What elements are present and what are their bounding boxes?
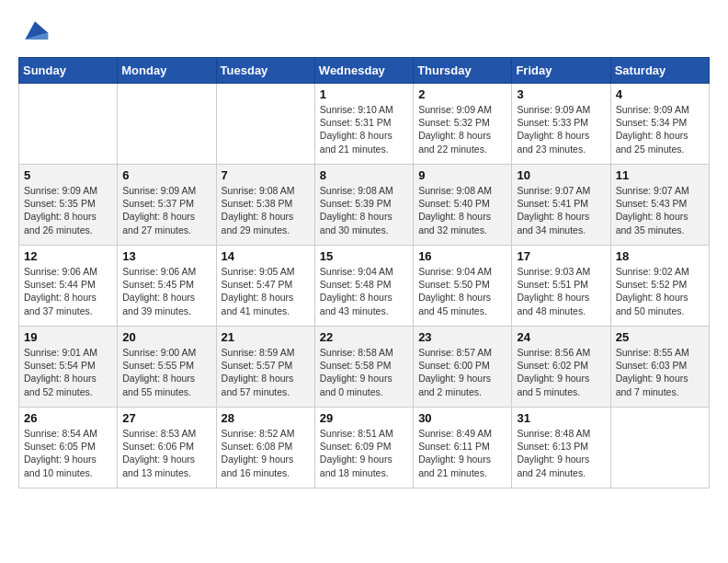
weekday-header-wednesday: Wednesday bbox=[314, 58, 413, 84]
weekday-header-friday: Friday bbox=[512, 58, 610, 84]
calendar-cell: 17Sunrise: 9:03 AM Sunset: 5:51 PM Dayli… bbox=[512, 246, 610, 327]
day-info: Sunrise: 9:09 AM Sunset: 5:35 PM Dayligh… bbox=[24, 184, 112, 236]
weekday-header-monday: Monday bbox=[118, 58, 216, 84]
day-number: 27 bbox=[122, 411, 210, 425]
weekday-header-thursday: Thursday bbox=[414, 58, 512, 84]
day-info: Sunrise: 9:10 AM Sunset: 5:31 PM Dayligh… bbox=[320, 103, 408, 155]
day-info: Sunrise: 9:04 AM Sunset: 5:48 PM Dayligh… bbox=[320, 265, 408, 317]
calendar-cell: 24Sunrise: 8:56 AM Sunset: 6:02 PM Dayli… bbox=[512, 327, 610, 408]
calendar-cell: 6Sunrise: 9:09 AM Sunset: 5:37 PM Daylig… bbox=[118, 165, 216, 246]
calendar-cell bbox=[19, 84, 118, 165]
day-info: Sunrise: 8:53 AM Sunset: 6:06 PM Dayligh… bbox=[122, 427, 210, 479]
day-number: 7 bbox=[222, 168, 310, 182]
day-info: Sunrise: 8:52 AM Sunset: 6:08 PM Dayligh… bbox=[222, 427, 310, 479]
calendar-body: 1Sunrise: 9:10 AM Sunset: 5:31 PM Daylig… bbox=[19, 84, 710, 488]
calendar-cell: 28Sunrise: 8:52 AM Sunset: 6:08 PM Dayli… bbox=[216, 408, 314, 488]
page: SundayMondayTuesdayWednesdayThursdayFrid… bbox=[0, 0, 728, 563]
day-number: 5 bbox=[24, 168, 112, 182]
day-number: 18 bbox=[616, 249, 704, 263]
day-info: Sunrise: 8:55 AM Sunset: 6:03 PM Dayligh… bbox=[616, 346, 704, 398]
day-number: 24 bbox=[517, 330, 605, 344]
week-row-3: 12Sunrise: 9:06 AM Sunset: 5:44 PM Dayli… bbox=[19, 246, 710, 327]
day-info: Sunrise: 8:48 AM Sunset: 6:13 PM Dayligh… bbox=[517, 427, 605, 479]
calendar-cell: 2Sunrise: 9:09 AM Sunset: 5:32 PM Daylig… bbox=[414, 84, 512, 165]
day-info: Sunrise: 9:01 AM Sunset: 5:54 PM Dayligh… bbox=[24, 346, 112, 398]
day-info: Sunrise: 9:06 AM Sunset: 5:45 PM Dayligh… bbox=[122, 265, 210, 317]
weekday-header-row: SundayMondayTuesdayWednesdayThursdayFrid… bbox=[19, 58, 710, 84]
day-number: 19 bbox=[24, 330, 112, 344]
calendar-cell: 29Sunrise: 8:51 AM Sunset: 6:09 PM Dayli… bbox=[314, 408, 413, 488]
calendar-cell bbox=[610, 408, 709, 488]
calendar-cell: 5Sunrise: 9:09 AM Sunset: 5:35 PM Daylig… bbox=[19, 165, 118, 246]
day-info: Sunrise: 9:09 AM Sunset: 5:32 PM Dayligh… bbox=[418, 103, 506, 155]
day-info: Sunrise: 8:56 AM Sunset: 6:02 PM Dayligh… bbox=[517, 346, 605, 398]
day-number: 12 bbox=[24, 249, 112, 263]
day-info: Sunrise: 9:08 AM Sunset: 5:39 PM Dayligh… bbox=[320, 184, 408, 236]
day-number: 23 bbox=[418, 330, 506, 344]
day-number: 25 bbox=[616, 330, 704, 344]
calendar-table: SundayMondayTuesdayWednesdayThursdayFrid… bbox=[18, 57, 710, 488]
day-number: 20 bbox=[122, 330, 210, 344]
calendar-cell: 3Sunrise: 9:09 AM Sunset: 5:33 PM Daylig… bbox=[512, 84, 610, 165]
day-number: 16 bbox=[418, 249, 506, 263]
week-row-2: 5Sunrise: 9:09 AM Sunset: 5:35 PM Daylig… bbox=[19, 165, 710, 246]
day-number: 26 bbox=[24, 411, 112, 425]
weekday-header-saturday: Saturday bbox=[610, 58, 709, 84]
day-number: 22 bbox=[320, 330, 408, 344]
calendar-cell: 13Sunrise: 9:06 AM Sunset: 5:45 PM Dayli… bbox=[118, 246, 216, 327]
day-info: Sunrise: 9:03 AM Sunset: 5:51 PM Dayligh… bbox=[517, 265, 605, 317]
day-info: Sunrise: 9:09 AM Sunset: 5:34 PM Dayligh… bbox=[616, 103, 704, 155]
day-number: 15 bbox=[320, 249, 408, 263]
calendar-cell: 11Sunrise: 9:07 AM Sunset: 5:43 PM Dayli… bbox=[610, 165, 709, 246]
day-number: 13 bbox=[122, 249, 210, 263]
day-number: 11 bbox=[616, 168, 704, 182]
day-number: 14 bbox=[222, 249, 310, 263]
day-number: 30 bbox=[418, 411, 506, 425]
day-info: Sunrise: 9:09 AM Sunset: 5:37 PM Dayligh… bbox=[122, 184, 210, 236]
day-info: Sunrise: 9:08 AM Sunset: 5:40 PM Dayligh… bbox=[418, 184, 506, 236]
calendar-cell bbox=[216, 84, 314, 165]
week-row-5: 26Sunrise: 8:54 AM Sunset: 6:05 PM Dayli… bbox=[19, 408, 710, 488]
logo-icon bbox=[18, 15, 51, 48]
calendar-cell: 22Sunrise: 8:58 AM Sunset: 5:58 PM Dayli… bbox=[314, 327, 413, 408]
calendar-cell: 19Sunrise: 9:01 AM Sunset: 5:54 PM Dayli… bbox=[19, 327, 118, 408]
day-number: 3 bbox=[517, 87, 605, 101]
day-number: 2 bbox=[418, 87, 506, 101]
calendar-cell: 15Sunrise: 9:04 AM Sunset: 5:48 PM Dayli… bbox=[314, 246, 413, 327]
day-info: Sunrise: 9:04 AM Sunset: 5:50 PM Dayligh… bbox=[418, 265, 506, 317]
day-number: 4 bbox=[616, 87, 704, 101]
day-number: 31 bbox=[517, 411, 605, 425]
day-info: Sunrise: 8:57 AM Sunset: 6:00 PM Dayligh… bbox=[418, 346, 506, 398]
day-number: 1 bbox=[320, 87, 408, 101]
day-info: Sunrise: 9:07 AM Sunset: 5:43 PM Dayligh… bbox=[616, 184, 704, 236]
logo bbox=[18, 15, 55, 48]
weekday-header-sunday: Sunday bbox=[19, 58, 118, 84]
day-info: Sunrise: 8:59 AM Sunset: 5:57 PM Dayligh… bbox=[222, 346, 310, 398]
calendar-cell: 1Sunrise: 9:10 AM Sunset: 5:31 PM Daylig… bbox=[314, 84, 413, 165]
calendar-cell: 26Sunrise: 8:54 AM Sunset: 6:05 PM Dayli… bbox=[19, 408, 118, 488]
day-number: 10 bbox=[517, 168, 605, 182]
week-row-1: 1Sunrise: 9:10 AM Sunset: 5:31 PM Daylig… bbox=[19, 84, 710, 165]
calendar-cell bbox=[118, 84, 216, 165]
day-info: Sunrise: 9:08 AM Sunset: 5:38 PM Dayligh… bbox=[222, 184, 310, 236]
calendar-cell: 27Sunrise: 8:53 AM Sunset: 6:06 PM Dayli… bbox=[118, 408, 216, 488]
day-info: Sunrise: 8:51 AM Sunset: 6:09 PM Dayligh… bbox=[320, 427, 408, 479]
calendar-cell: 10Sunrise: 9:07 AM Sunset: 5:41 PM Dayli… bbox=[512, 165, 610, 246]
day-info: Sunrise: 9:05 AM Sunset: 5:47 PM Dayligh… bbox=[222, 265, 310, 317]
calendar-cell: 25Sunrise: 8:55 AM Sunset: 6:03 PM Dayli… bbox=[610, 327, 709, 408]
calendar-cell: 8Sunrise: 9:08 AM Sunset: 5:39 PM Daylig… bbox=[314, 165, 413, 246]
day-number: 8 bbox=[320, 168, 408, 182]
calendar-cell: 23Sunrise: 8:57 AM Sunset: 6:00 PM Dayli… bbox=[414, 327, 512, 408]
calendar-cell: 7Sunrise: 9:08 AM Sunset: 5:38 PM Daylig… bbox=[216, 165, 314, 246]
day-number: 6 bbox=[122, 168, 210, 182]
calendar-cell: 14Sunrise: 9:05 AM Sunset: 5:47 PM Dayli… bbox=[216, 246, 314, 327]
day-number: 29 bbox=[320, 411, 408, 425]
weekday-header-tuesday: Tuesday bbox=[216, 58, 314, 84]
day-info: Sunrise: 8:49 AM Sunset: 6:11 PM Dayligh… bbox=[418, 427, 506, 479]
day-info: Sunrise: 9:07 AM Sunset: 5:41 PM Dayligh… bbox=[517, 184, 605, 236]
calendar-cell: 31Sunrise: 8:48 AM Sunset: 6:13 PM Dayli… bbox=[512, 408, 610, 488]
calendar-cell: 18Sunrise: 9:02 AM Sunset: 5:52 PM Dayli… bbox=[610, 246, 709, 327]
calendar-cell: 9Sunrise: 9:08 AM Sunset: 5:40 PM Daylig… bbox=[414, 165, 512, 246]
day-number: 9 bbox=[418, 168, 506, 182]
calendar-cell: 30Sunrise: 8:49 AM Sunset: 6:11 PM Dayli… bbox=[414, 408, 512, 488]
